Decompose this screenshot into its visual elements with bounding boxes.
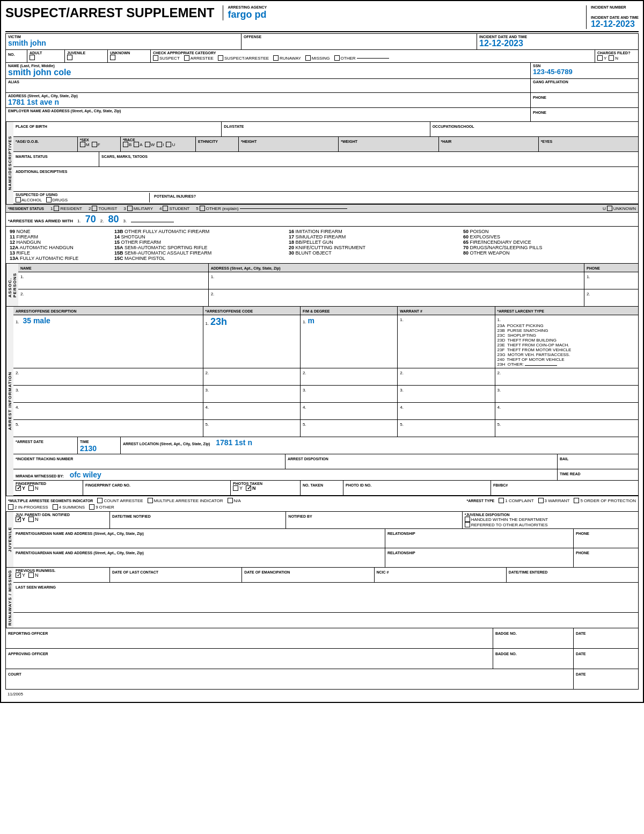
na-cb[interactable] bbox=[228, 498, 233, 503]
name-value: smith john cole bbox=[8, 68, 71, 77]
disposition-label: ARREST DISPOSITION bbox=[288, 457, 328, 461]
armed-label: *ARRESTEE WAS ARMED WITH bbox=[8, 219, 73, 223]
charges-y-checkbox[interactable] bbox=[597, 55, 603, 61]
row1-fm: m bbox=[308, 316, 314, 325]
larceny-23d: 23D THEFT FROM BUILDING bbox=[497, 338, 636, 343]
race-i-cb[interactable] bbox=[157, 142, 162, 147]
handled-cb[interactable] bbox=[465, 517, 470, 522]
race-b-cb[interactable] bbox=[123, 142, 128, 147]
injuries-label: POTENTIAL INJURIES? bbox=[154, 194, 196, 198]
other-resident-cb[interactable] bbox=[200, 206, 205, 211]
race-w-cb[interactable] bbox=[145, 142, 150, 147]
juvenile-label: JUVENILE bbox=[67, 51, 105, 55]
badge2-label: BADGE NO. bbox=[495, 652, 517, 656]
sex-f-cb[interactable] bbox=[92, 142, 97, 147]
race-u-cb[interactable] bbox=[166, 142, 171, 147]
arrestee-checkbox[interactable] bbox=[184, 55, 189, 61]
complaint-text: 1 COMPLAINT bbox=[505, 498, 533, 503]
other-type-text: 9 OTHER bbox=[96, 505, 114, 510]
runaway-checkbox[interactable] bbox=[273, 55, 279, 61]
alias-label: ALIAS bbox=[8, 80, 528, 84]
suspect-checkbox[interactable] bbox=[153, 55, 158, 61]
resident-cb[interactable] bbox=[54, 206, 59, 211]
suspect-label: SUSPECT bbox=[159, 56, 180, 61]
multiple-indicator-cb[interactable] bbox=[148, 498, 153, 503]
age-label: *AGE/ D.O.B. bbox=[16, 140, 39, 143]
military-cb[interactable] bbox=[127, 206, 133, 211]
student-cb[interactable] bbox=[163, 206, 168, 211]
date1-label: DATE bbox=[576, 632, 586, 635]
court-label: COURT bbox=[8, 672, 21, 676]
race-label: *RACE bbox=[123, 138, 193, 142]
hair-label: *HAIR bbox=[441, 140, 452, 143]
referred-cb[interactable] bbox=[465, 522, 470, 527]
count-arrestee-cb[interactable] bbox=[97, 498, 103, 503]
complaint-cb[interactable] bbox=[499, 498, 504, 503]
agency-value: fargo pd bbox=[228, 9, 267, 20]
prev-n-cb[interactable] bbox=[28, 572, 34, 578]
unknown-checkbox[interactable] bbox=[110, 55, 115, 60]
gang-label: GANG AFFILIATION bbox=[533, 80, 636, 84]
missing-label: MISSING bbox=[312, 56, 330, 61]
charges-n-checkbox[interactable] bbox=[609, 55, 614, 61]
photos-n-cb[interactable] bbox=[246, 485, 251, 491]
larceny-23c: 23C SHOPLIFTING bbox=[497, 333, 636, 338]
marital-label: MARITAL STATUS bbox=[16, 155, 48, 158]
photos-y-cb[interactable] bbox=[233, 485, 238, 491]
no-taken-label: NO. TAKEN bbox=[303, 483, 323, 487]
adult-checkbox[interactable] bbox=[30, 55, 35, 60]
parent-y-cb[interactable] bbox=[16, 517, 21, 522]
order-cb[interactable] bbox=[574, 498, 579, 503]
resident-label: *RESIDENT STATUS bbox=[8, 207, 44, 211]
parent-n-cb[interactable] bbox=[28, 517, 34, 522]
fingerprinted-y-cb[interactable] bbox=[16, 485, 21, 491]
notified-by-label: NOTIFIED BY bbox=[288, 514, 312, 518]
armed-value1: 70 bbox=[85, 214, 96, 225]
adult-label: ADULT bbox=[30, 51, 62, 55]
in-progress-cb[interactable] bbox=[8, 504, 13, 510]
other-checkbox[interactable] bbox=[334, 55, 340, 61]
date3-label: DATE bbox=[576, 672, 586, 676]
assoc-name-label: NAME bbox=[20, 266, 32, 270]
race-a-cb[interactable] bbox=[134, 142, 139, 147]
juvenile-checkbox[interactable] bbox=[67, 55, 72, 60]
time-value: 2130 bbox=[80, 444, 118, 453]
employer-phone-label: PHONE bbox=[533, 111, 546, 114]
arrest-code-label: *ARREST/OFFENSE CODE bbox=[206, 309, 253, 313]
r1: 1 bbox=[50, 206, 53, 211]
prev-y-cb[interactable] bbox=[16, 572, 21, 578]
tourist-cb[interactable] bbox=[92, 206, 97, 211]
armed-value2: 80 bbox=[108, 214, 119, 225]
fingerprinted-n-cb[interactable] bbox=[28, 485, 34, 491]
missing-checkbox[interactable] bbox=[305, 55, 311, 61]
sex-m-cb[interactable] bbox=[80, 142, 85, 147]
photo-id-label: PHOTO ID NO. bbox=[346, 483, 371, 487]
summons-cb[interactable] bbox=[53, 504, 58, 510]
larceny-23g: 23G MOTOR VEH. PARTS/ACCESS. bbox=[497, 352, 636, 357]
larceny-label: *ARREST LARCENY TYPE bbox=[497, 309, 544, 313]
unknown-resident-cb[interactable] bbox=[607, 206, 612, 211]
row1-desc: 35 male bbox=[23, 316, 50, 325]
incident-date-value2: 12-12-2023 bbox=[479, 39, 636, 48]
charges-label: CHARGES FILED? bbox=[597, 51, 636, 55]
arrestee-label: ARRESTEE bbox=[191, 56, 214, 61]
suspect-arrestee-checkbox[interactable] bbox=[218, 55, 223, 61]
reporting-label: REPORTING OFFICER bbox=[8, 632, 48, 635]
scars-label: SCARS, MARKS, TATOOS bbox=[101, 155, 148, 158]
runaway-label: RUNAWAY bbox=[280, 56, 301, 61]
place-of-birth-label: PLACE OF BIRTH bbox=[16, 125, 47, 128]
last-seen-label: LAST SEEN WEARING bbox=[16, 585, 56, 589]
occupation-label: OCCUPATION/SCHOOL bbox=[433, 125, 474, 128]
warrant-type-cb[interactable] bbox=[538, 498, 544, 503]
incident-date-label: INCIDENT DATE AND TIME bbox=[591, 16, 639, 19]
no-label: NO. bbox=[8, 53, 14, 56]
form-number: 11/2005 bbox=[8, 692, 23, 697]
alcohol-cb[interactable] bbox=[16, 197, 21, 202]
drugs-cb[interactable] bbox=[46, 197, 52, 202]
check-label: CHECK APPROPRIATE CATEGORY bbox=[153, 51, 592, 55]
summons-text: 4 SUMMONS bbox=[59, 505, 85, 510]
tracking-label: *INCIDENT TRACKING NUMBER bbox=[16, 457, 73, 461]
other-type-cb[interactable] bbox=[89, 504, 94, 510]
row1-code: 23h bbox=[210, 316, 227, 327]
parent2-phone-label: PHONE bbox=[576, 551, 589, 555]
